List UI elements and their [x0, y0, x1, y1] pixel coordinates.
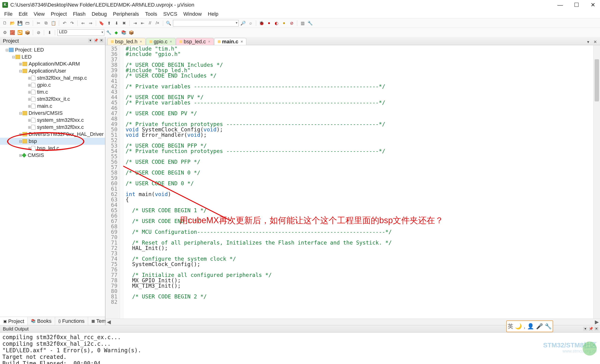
panel-pin-icon[interactable]: 📌 — [94, 38, 98, 43]
tree-file-1-3[interactable]: ⊞stm32f0xx_it.c — [0, 96, 105, 103]
menu-debug[interactable]: Debug — [89, 10, 109, 18]
menu-tools[interactable]: Tools — [143, 10, 159, 18]
breakpoint-disable-icon[interactable]: ● — [281, 20, 287, 26]
cut-icon[interactable]: ✂ — [35, 20, 41, 26]
ime-item-4[interactable]: 🎤 — [536, 323, 543, 329]
tree-group-5[interactable]: ⊞CMSIS — [0, 152, 105, 159]
tree-group-0[interactable]: ⊞Application/MDK-ARM — [0, 60, 105, 67]
menu-edit[interactable]: Edit — [16, 10, 30, 18]
redo-icon[interactable]: ↷ — [69, 20, 75, 26]
maximize-button[interactable]: ☐ — [572, 2, 581, 8]
tree-file-1-4[interactable]: ⊞main.c — [0, 103, 105, 110]
close-tab-icon[interactable]: × — [241, 40, 243, 44]
translate-icon[interactable]: ⚙ — [2, 29, 8, 36]
ime-toolbar[interactable]: 英🌙,👤🎤🔧 — [506, 320, 553, 332]
tree-group-1[interactable]: ⊟Application/User — [0, 67, 105, 74]
ime-item-3[interactable]: 👤 — [527, 323, 534, 329]
nav-back-icon[interactable]: ⇐ — [80, 20, 86, 26]
tree-file-4-0[interactable]: ⊞bsp_led.c — [0, 145, 105, 152]
close-tab-icon[interactable]: × — [208, 40, 210, 44]
uncomment-icon[interactable]: /× — [154, 20, 160, 26]
menu-help[interactable]: Help — [206, 10, 221, 18]
build-panel-pin-icon[interactable]: 📌 — [589, 327, 593, 331]
minimize-button[interactable]: — — [555, 2, 565, 8]
books-icon[interactable]: 📚 — [121, 29, 127, 36]
tree-project-root[interactable]: ⊟Project: LED — [0, 46, 105, 53]
project-tree[interactable]: ⊟Project: LED⊟LED⊞Application/MDK-ARM⊟Ap… — [0, 45, 105, 317]
indent-icon[interactable]: ⇥ — [132, 20, 138, 26]
target-select[interactable]: LED — [57, 29, 104, 36]
manage-rte-icon[interactable]: ◆ — [113, 29, 119, 36]
outdent-icon[interactable]: ⇤ — [140, 20, 146, 26]
comment-icon[interactable]: // — [147, 20, 153, 26]
project-tab-project[interactable]: ▣Project — [0, 317, 28, 325]
save-icon[interactable]: 💾 — [17, 20, 23, 26]
open-file-icon[interactable]: 📂 — [9, 20, 16, 26]
close-tab-icon[interactable]: × — [140, 40, 142, 44]
copy-icon[interactable]: ⧉ — [43, 20, 49, 26]
tree-file-1-0[interactable]: ⊞stm32f0xx_hal_msp.c — [0, 74, 105, 82]
close-tab-icon[interactable]: × — [170, 40, 172, 44]
panel-menu-icon[interactable]: ▾ — [88, 38, 92, 43]
build-panel-close-icon[interactable]: ✕ — [594, 327, 599, 331]
paste-icon[interactable]: 📋 — [50, 20, 56, 26]
project-tab-functions[interactable]: {}Functions — [55, 317, 88, 325]
stop-build-icon[interactable]: ⊘ — [35, 29, 41, 36]
menu-file[interactable]: File — [2, 10, 15, 18]
menu-project[interactable]: Project — [48, 10, 69, 18]
panel-close-icon[interactable]: ✕ — [99, 38, 103, 43]
target-options-icon[interactable]: 🔧 — [106, 29, 112, 36]
breakpoint-toggle-icon[interactable]: ◐ — [273, 20, 280, 26]
debug-icon[interactable]: 🐞 — [259, 20, 265, 26]
menu-flash[interactable]: Flash — [71, 10, 88, 18]
download-icon[interactable]: ⬇ — [47, 29, 53, 36]
tree-file-2-0[interactable]: ⊞system_stm32f0xx.c — [0, 117, 105, 124]
editor-vscrollbar[interactable] — [593, 45, 600, 318]
incremental-find-icon[interactable]: ⌕ — [247, 20, 253, 26]
tree-file-1-2[interactable]: ⊞tim.c — [0, 89, 105, 96]
menu-svcs[interactable]: SVCS — [161, 10, 179, 18]
window-layout-icon[interactable]: ▥ — [300, 20, 306, 26]
build-icon[interactable]: 🧱 — [9, 29, 16, 36]
ime-item-5[interactable]: 🔧 — [545, 323, 552, 329]
editor-tab-main-c[interactable]: main.c× — [214, 38, 246, 45]
tree-file-2-1[interactable]: ⊞system_stm32f0xx.c — [0, 124, 105, 131]
menu-view[interactable]: View — [31, 10, 47, 18]
project-tab-books[interactable]: 📚Books — [28, 317, 55, 325]
tree-file-1-1[interactable]: ⊞gpio.c — [0, 82, 105, 89]
bookmark-prev-icon[interactable]: ⬆ — [106, 20, 112, 26]
build-panel-menu-icon[interactable]: ▾ — [583, 327, 587, 331]
bookmark-next-icon[interactable]: ⬇ — [113, 20, 120, 26]
editor-tab-gpio-c[interactable]: gpio.c× — [146, 38, 176, 45]
menu-window[interactable]: Window — [181, 10, 204, 18]
tree-group-2[interactable]: ⊟Drivers/CMSIS — [0, 110, 105, 117]
rebuild-icon[interactable]: 🔁 — [17, 29, 23, 36]
breakpoint-kill-icon[interactable]: ⊘ — [289, 20, 295, 26]
code-editor[interactable]: #include "tim.h" #include "gpio.h" /* US… — [123, 45, 593, 318]
batch-build-icon[interactable]: 📦 — [24, 29, 30, 36]
ime-item-1[interactable]: 🌙 — [515, 323, 522, 329]
undo-icon[interactable]: ↶ — [61, 20, 67, 26]
find-icon[interactable]: 🔍 — [166, 20, 172, 26]
pack-installer-icon[interactable]: 📦 — [128, 29, 134, 36]
ime-item-2[interactable]: , — [524, 323, 525, 329]
ime-item-0[interactable]: 英 — [508, 323, 513, 330]
bookmark-icon[interactable]: 🔖 — [98, 20, 104, 26]
save-all-icon[interactable]: 🗃 — [24, 20, 30, 26]
build-output[interactable]: compiling stm32f0xx_hal_rcc_ex.c... comp… — [0, 333, 600, 364]
tree-group-3[interactable]: ⊞Drivers/STM32F0xx_HAL_Driver — [0, 131, 105, 138]
menu-peripherals[interactable]: Peripherals — [111, 10, 141, 18]
tree-target[interactable]: ⊟LED — [0, 53, 105, 60]
breakpoint-icon[interactable]: ● — [266, 20, 272, 26]
fold-margin[interactable] — [120, 45, 123, 318]
tab-menu-icon[interactable]: ▾ — [585, 39, 591, 45]
new-file-icon[interactable]: 🗋 — [2, 20, 8, 26]
close-button[interactable]: ✕ — [588, 2, 598, 8]
editor-tab-bsp_led-h[interactable]: bsp_led.h× — [107, 38, 146, 45]
config-icon[interactable]: 🔧 — [307, 20, 313, 26]
tab-close-icon[interactable]: ✕ — [592, 39, 598, 45]
editor-tab-bsp_led-c[interactable]: bsp_led.c× — [176, 38, 214, 45]
bookmark-clear-icon[interactable]: ✖ — [121, 20, 127, 26]
find-combo[interactable] — [173, 20, 239, 27]
tree-group-4[interactable]: ⊟bsp — [0, 138, 105, 145]
